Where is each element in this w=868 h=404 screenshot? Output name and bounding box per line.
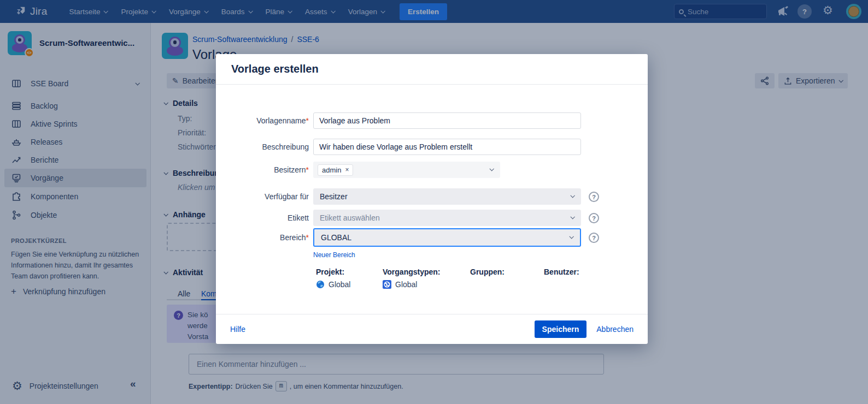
label-select[interactable]: Etikett auswählen: [313, 210, 581, 226]
scope-label: Bereich*: [216, 228, 309, 247]
modal-title: Vorlage erstellen: [231, 63, 319, 75]
template-name-input[interactable]: [313, 112, 581, 129]
required-asterisk: *: [306, 116, 309, 125]
description-control: [313, 139, 581, 155]
globe-square-icon: [383, 280, 391, 289]
template-description-input[interactable]: [313, 139, 581, 155]
cancel-link[interactable]: Abbrechen: [596, 325, 634, 334]
project-column-header: Projekt:: [316, 268, 344, 276]
owner-chip-label: admin: [322, 166, 341, 174]
available-for-select[interactable]: Besitzer: [313, 188, 581, 205]
permissions-value-row: Global Global: [216, 280, 648, 291]
label-placeholder: Etikett auswählen: [320, 213, 380, 222]
users-column-header: Benutzer:: [544, 268, 579, 276]
name-label-text: Vorlagenname: [256, 116, 306, 125]
new-scope-link[interactable]: Neuer Bereich: [313, 251, 355, 259]
label-label: Etikett: [216, 210, 309, 226]
issuetype-scope-cell: Global: [383, 280, 417, 289]
owners-select[interactable]: admin ×: [313, 162, 500, 178]
help-icon[interactable]: ?: [589, 233, 599, 243]
available-for-label: Verfügbar für: [216, 188, 309, 205]
scope-value: GLOBAL: [321, 233, 351, 242]
owners-label-text: Besitzern: [274, 165, 306, 174]
scope-select[interactable]: GLOBAL: [313, 228, 581, 247]
owners-label: Besitzern*: [216, 162, 309, 178]
create-template-modal: Vorlage erstellen Vorlagenname* Beschrei…: [216, 54, 648, 344]
project-scope-value: Global: [329, 280, 350, 289]
required-asterisk: *: [306, 233, 309, 242]
description-field-row: Beschreibung: [216, 139, 648, 155]
help-icon[interactable]: ?: [589, 192, 599, 202]
owners-field-row: Besitzern* admin ×: [216, 162, 648, 178]
modal-footer: Hilfe Speichern Abbrechen: [216, 314, 648, 344]
groups-column-header: Gruppen:: [470, 268, 505, 276]
project-scope-cell: Global: [316, 280, 350, 289]
issuetype-scope-value: Global: [395, 280, 417, 289]
available-for-field-row: Verfügbar für Besitzer ?: [216, 188, 648, 205]
remove-owner-icon[interactable]: ×: [345, 166, 349, 174]
description-label: Beschreibung: [216, 139, 309, 155]
required-asterisk: *: [306, 165, 309, 174]
globe-icon: [316, 280, 325, 289]
name-field-row: Vorlagenname*: [216, 112, 648, 129]
issuetypes-column-header: Vorgangstypen:: [383, 268, 441, 276]
chevron-down-icon: [569, 234, 573, 239]
name-label: Vorlagenname*: [216, 112, 309, 129]
app-window: Jira Startseite Projekte Vorgänge Boards…: [0, 0, 868, 404]
label-field-row: Etikett Etikett auswählen ?: [216, 210, 648, 226]
owner-chip: admin ×: [318, 164, 353, 176]
help-icon[interactable]: ?: [589, 213, 599, 223]
chevron-down-icon: [570, 215, 574, 219]
modal-header: Vorlage erstellen: [216, 54, 648, 85]
chevron-down-icon: [489, 167, 494, 171]
name-control: [313, 112, 581, 129]
modal-help-link[interactable]: Hilfe: [230, 325, 245, 334]
permissions-header-row: Projekt: Vorgangstypen: Gruppen: Benutze…: [216, 268, 648, 278]
save-button[interactable]: Speichern: [535, 320, 587, 338]
scope-field-row: Bereich* GLOBAL ?: [216, 228, 648, 247]
chevron-down-icon: [570, 193, 574, 198]
available-for-value: Besitzer: [320, 192, 348, 201]
scope-label-text: Bereich: [280, 233, 306, 242]
